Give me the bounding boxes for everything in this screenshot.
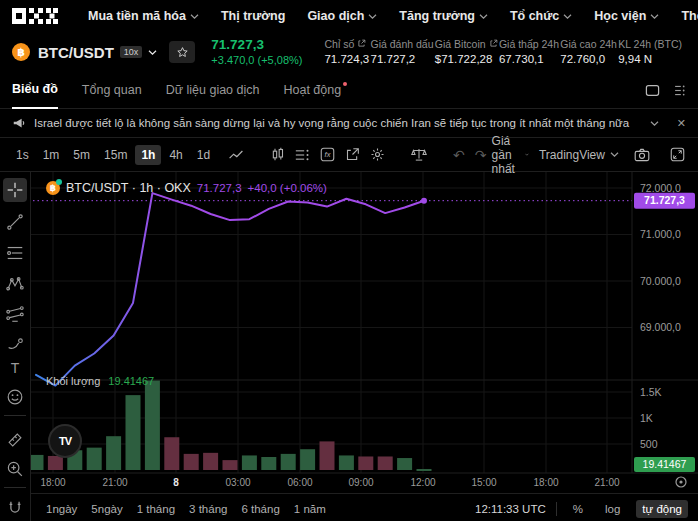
panel-list-button[interactable] (674, 84, 686, 97)
chart-symbol-label[interactable]: BTC/USDT · 1h · OKX (66, 181, 191, 195)
top-navigation: Mua tiền mã hóa Thị trường Giao dịch Tăn… (0, 0, 698, 32)
text-tool[interactable]: T (11, 360, 20, 376)
svg-text:18:00: 18:00 (533, 477, 558, 488)
external-link-icon[interactable] (489, 39, 498, 48)
tab-activity[interactable]: Hoạt động (283, 73, 345, 108)
news-headline[interactable]: Israel được tiết lộ là không sẵn sàng dừ… (34, 117, 632, 129)
timeframe-1s[interactable]: 1s (10, 145, 35, 165)
svg-text:21:00: 21:00 (102, 477, 127, 488)
chart-toolbar: 1s 1m 5m 15m 1h 4h 1d fx ↶ ↷ Giá gần nhấ… (0, 138, 698, 172)
external-link-icon[interactable] (357, 39, 366, 48)
layout-toggle-button[interactable] (645, 84, 660, 97)
stat-24h-high: Giá cao 24h 72.760,0 (560, 37, 617, 68)
stat-value: $71.722,28 (435, 51, 498, 67)
stat-24h-low: Giá thấp 24h 67.730,1 (499, 37, 559, 68)
direction-badge-icon (56, 179, 62, 185)
utc-clock[interactable]: 12:11:33 UTC (475, 503, 546, 515)
provider-dropdown[interactable]: TradingView (539, 148, 619, 162)
scale-icon (411, 147, 427, 162)
btc-icon: ฿ (12, 43, 30, 61)
price-mode-dropdown[interactable]: Giá gần nhất (492, 134, 529, 176)
nav-item-trade[interactable]: Giao dịch (307, 9, 377, 23)
stat-value: 9,94 N (618, 51, 682, 67)
brush-icon (5, 333, 25, 353)
chevron-down-icon (610, 151, 619, 158)
okx-logo-icon (12, 8, 58, 24)
okx-logo[interactable] (12, 8, 58, 24)
range-3month[interactable]: 3 tháng (189, 503, 227, 515)
import-arrow-icon (345, 147, 360, 162)
svg-text:15:00: 15:00 (471, 477, 496, 488)
nav-item-academy[interactable]: Học viện (594, 9, 659, 23)
indicators-icon (295, 148, 310, 162)
pattern-tool[interactable] (5, 274, 25, 294)
svg-text:1.5K: 1.5K (640, 386, 662, 398)
stat-label: KL 24h (BTC) (618, 37, 682, 52)
pair-selector-chevron-icon[interactable] (148, 49, 157, 56)
chart-settings-button[interactable] (370, 147, 385, 162)
indicators-button[interactable] (295, 148, 310, 162)
news-expand-chevron-icon[interactable] (650, 120, 659, 127)
tab-chart[interactable]: Biểu đồ (12, 72, 58, 109)
redo-button[interactable]: ↷ (475, 147, 487, 163)
log-scale-button[interactable]: log (599, 500, 626, 518)
timeframe-4h[interactable]: 4h (163, 145, 188, 165)
tradingview-logo[interactable]: TV (48, 424, 82, 458)
gear-icon (370, 147, 385, 162)
nav-item-institutions[interactable]: Tổ chức (510, 9, 572, 23)
functions-button[interactable]: fx (320, 147, 335, 162)
percent-scale-button[interactable]: % (567, 500, 589, 518)
range-1month[interactable]: 1 tháng (137, 503, 175, 515)
tab-overview[interactable]: Tổng quan (82, 73, 142, 108)
range-5day[interactable]: 5ngày (91, 503, 122, 515)
nav-item-buy-crypto[interactable]: Mua tiền mã hóa (88, 9, 199, 23)
brush-tool[interactable] (5, 333, 25, 353)
range-6month[interactable]: 6 tháng (241, 503, 279, 515)
trendline-tool[interactable] (5, 212, 25, 232)
timeframe-1h[interactable]: 1h (135, 145, 161, 165)
leverage-badge: 10x (120, 46, 143, 58)
stat-bitcoin-price: Giá Bitcoin $71.722,28 (435, 37, 498, 68)
nav-item-markets[interactable]: Thị trường (221, 9, 285, 23)
tab-trading-data[interactable]: Dữ liệu giao dịch (166, 73, 260, 108)
svg-text:71.727,3: 71.727,3 (644, 194, 685, 206)
svg-text:18:00: 18:00 (40, 477, 65, 488)
timeframe-5m[interactable]: 5m (67, 145, 96, 165)
undo-button[interactable]: ↶ (453, 147, 465, 163)
auto-scale-button[interactable]: tự động (636, 500, 688, 518)
fullscreen-button[interactable] (670, 147, 685, 162)
footer-right: 12:11:33 UTC % log tự động (475, 500, 688, 518)
timeframe-15m[interactable]: 15m (98, 145, 133, 165)
magnet-tool[interactable] (5, 498, 25, 518)
screenshot-button[interactable] (634, 148, 650, 162)
favorite-button[interactable] (169, 41, 195, 63)
stat-24h-volume: KL 24h (BTC) 9,94 N (618, 37, 682, 68)
pair-name[interactable]: BTC/USDT (38, 44, 114, 61)
price-volume-chart[interactable]: 72.000,071.000,070.000,069.000,01.5K1K50… (0, 172, 698, 493)
measure-tool[interactable] (5, 430, 25, 450)
svg-text:06:00: 06:00 (287, 477, 312, 488)
timeframe-1d[interactable]: 1d (191, 145, 216, 165)
nav-item-more[interactable]: Thêm (681, 9, 698, 23)
tab-label: Dữ liệu giao dịch (166, 83, 260, 97)
nav-item-grow[interactable]: Tăng trưởng (399, 9, 488, 23)
crosshair-tool[interactable] (3, 178, 27, 202)
stat-label: Giá thấp 24h (499, 37, 559, 52)
news-close-icon[interactable]: ✕ (677, 117, 686, 130)
price-block: 71.727,3 +3.470,0 (+5,08%) (211, 37, 302, 68)
price-change: +3.470,0 (+5,08%) (211, 54, 302, 68)
timeframe-1m[interactable]: 1m (37, 145, 66, 165)
range-1day[interactable]: 1ngày (46, 503, 77, 515)
view-tabs: Biểu đồ Tổng quan Dữ liệu giao dịch Hoạt… (0, 72, 698, 109)
compare-button[interactable] (345, 147, 360, 162)
emoji-tool[interactable] (5, 387, 25, 407)
zoom-in-tool[interactable] (5, 459, 25, 479)
gann-lines-tool[interactable] (5, 243, 25, 263)
candlestick-view-button[interactable] (270, 147, 285, 162)
range-1year[interactable]: 1 năm (294, 503, 326, 515)
volume-label[interactable]: Khối lượng (46, 375, 100, 387)
megaphone-icon (12, 116, 26, 130)
chart-type-button[interactable] (228, 148, 244, 162)
forecast-tool[interactable] (5, 304, 25, 324)
long-short-ratio-button[interactable] (411, 147, 427, 162)
